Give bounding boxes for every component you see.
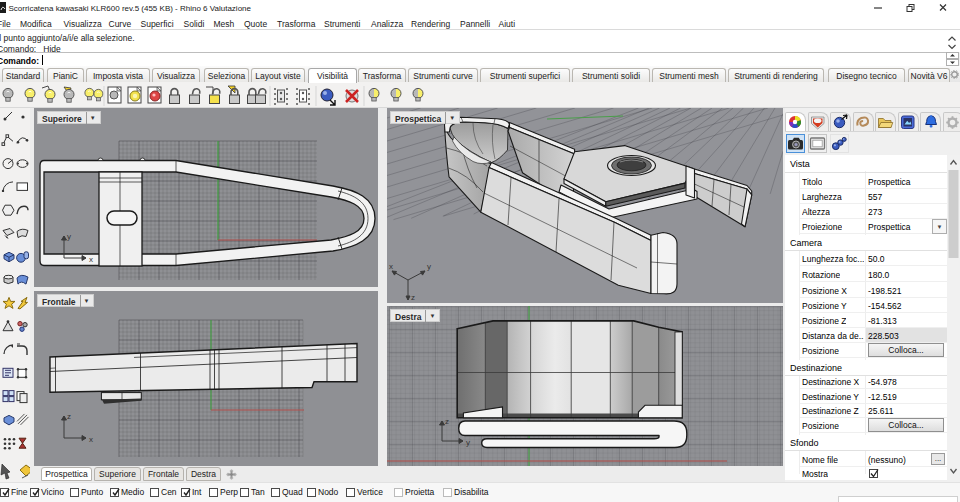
- svg-text:z: z: [411, 293, 415, 302]
- svg-text:x: x: [89, 435, 93, 444]
- svg-text:x: x: [89, 255, 93, 264]
- svg-text:z: z: [445, 417, 449, 426]
- svg-text:y: y: [427, 262, 431, 271]
- svg-text:x: x: [389, 262, 393, 271]
- svg-text:y: y: [67, 232, 71, 241]
- svg-text:z: z: [67, 412, 71, 421]
- svg-text:y: y: [466, 438, 470, 447]
